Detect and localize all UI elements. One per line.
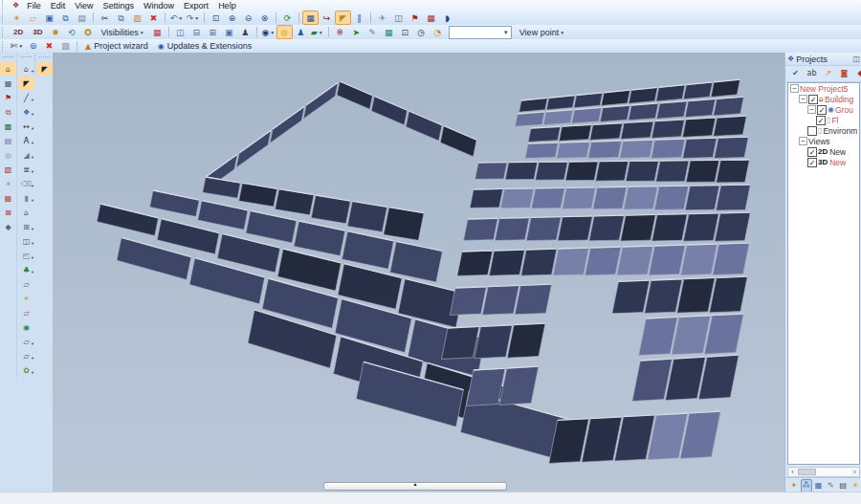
sheet-button[interactable]: ▤ bbox=[0, 134, 16, 147]
roof-window-tool[interactable]: ◫▼ bbox=[18, 234, 34, 248]
ring-button[interactable]: ◎ bbox=[0, 148, 16, 162]
window-tile-h-button[interactable]: ⊟ bbox=[188, 25, 205, 39]
image-button[interactable]: ▧ bbox=[57, 39, 74, 54]
building-tool[interactable]: ⌂▼ bbox=[18, 62, 34, 76]
globe-button[interactable]: ◉▼ bbox=[260, 25, 276, 39]
rename-button[interactable]: ab bbox=[804, 67, 820, 81]
dock-grip[interactable] bbox=[39, 56, 50, 60]
select-tool[interactable]: ◤ bbox=[18, 77, 34, 90]
grid-pen-button[interactable]: ▦ bbox=[381, 25, 397, 39]
updates-extensions-button[interactable]: ◉Updates & Extensions bbox=[153, 40, 257, 53]
checkbox-environment[interactable] bbox=[807, 126, 817, 136]
project-wizard-button[interactable]: ▲Project wizard bbox=[80, 40, 153, 53]
tree-node-floor[interactable]: ✓▯Fl bbox=[788, 115, 859, 125]
zoom-in-button[interactable]: ⊕ bbox=[224, 11, 240, 25]
clock-button[interactable]: ◷ bbox=[413, 25, 430, 39]
tree-node-root[interactable]: −New Project5 bbox=[788, 83, 859, 94]
reference-grid-button[interactable]: ▦ bbox=[423, 11, 439, 25]
dimension-tool[interactable]: ↔▼ bbox=[18, 120, 34, 133]
zoom-fit-button[interactable]: ⊗ bbox=[256, 11, 273, 25]
open-file-button[interactable]: ▱ bbox=[25, 11, 41, 25]
window-tool[interactable]: ⊞▼ bbox=[18, 220, 34, 233]
menu-window[interactable]: Window bbox=[139, 1, 179, 11]
color-grid-button[interactable]: ▦ bbox=[149, 25, 166, 39]
chevron-down-icon[interactable]: ▼ bbox=[503, 30, 509, 35]
flag-marker-button[interactable]: ⚑ bbox=[0, 91, 16, 104]
copy-button[interactable]: ⧉ bbox=[113, 11, 129, 25]
tab-sun[interactable]: ☀ bbox=[850, 479, 861, 493]
save-button[interactable]: ▣ bbox=[41, 11, 57, 25]
tab-table[interactable]: ▦ bbox=[813, 479, 825, 493]
monitor-button[interactable]: ⊡ bbox=[397, 25, 413, 39]
undo-button[interactable]: ↶▼ bbox=[168, 11, 185, 25]
lamp-button[interactable]: ◍ bbox=[276, 25, 293, 39]
roof-tool[interactable]: ◢▼ bbox=[18, 148, 34, 162]
alarm-button[interactable]: ◔ bbox=[430, 25, 446, 39]
save-all-button[interactable]: ⧉ bbox=[57, 11, 74, 25]
flag-button[interactable]: ⚑ bbox=[407, 11, 423, 25]
snapshot-button[interactable]: ◙ bbox=[836, 67, 852, 81]
window-cascade-button[interactable]: ◫ bbox=[172, 25, 188, 39]
menu-edit[interactable]: Edit bbox=[46, 1, 71, 11]
module-grid-button[interactable]: ▦ bbox=[0, 77, 16, 90]
shield-button[interactable]: ◆ bbox=[0, 220, 16, 233]
menu-file[interactable]: File bbox=[22, 1, 46, 11]
search-view-button[interactable]: ⊚ bbox=[25, 39, 41, 54]
export-button[interactable]: ◆ bbox=[852, 67, 861, 81]
scroll-left-icon[interactable]: ‹ bbox=[788, 469, 797, 475]
window-tile-v-button[interactable]: ⊞ bbox=[205, 25, 221, 39]
zoom-out-button[interactable]: ⊖ bbox=[240, 11, 256, 25]
footprints-button[interactable]: ※ bbox=[332, 25, 348, 39]
window-single-button[interactable]: ▣ bbox=[221, 25, 237, 39]
expander-icon[interactable]: − bbox=[799, 137, 807, 145]
visibilities-button[interactable]: Visibilities▼ bbox=[96, 26, 148, 38]
time-slider[interactable]: ▴ bbox=[323, 482, 507, 491]
view-3d-button[interactable]: 3D bbox=[28, 26, 47, 38]
folder-red-tool[interactable]: ▱ bbox=[18, 306, 34, 319]
tab-project-tree[interactable]: ⁂ bbox=[801, 479, 812, 493]
column-tool[interactable]: ▮▼ bbox=[18, 191, 34, 205]
tab-edit[interactable]: ✎ bbox=[825, 479, 836, 493]
render-flash-button[interactable]: ✸ bbox=[47, 25, 63, 39]
house-tool[interactable]: ⌂ bbox=[18, 206, 34, 219]
checkbox-building[interactable]: ✓ bbox=[808, 95, 818, 104]
delete-button[interactable]: ✖ bbox=[145, 11, 162, 25]
toolbar-grip[interactable] bbox=[2, 27, 6, 37]
tree-node-environment[interactable]: ▯Environm bbox=[788, 125, 859, 136]
copy-pages-button[interactable]: ⧉ bbox=[0, 105, 16, 119]
expander-icon[interactable]: − bbox=[799, 95, 807, 103]
eraser-tool[interactable]: ⌫▼ bbox=[18, 177, 34, 190]
line-tool[interactable]: ╱▼ bbox=[18, 91, 34, 104]
multi-tool-button[interactable]: ✄▼ bbox=[9, 39, 25, 54]
tree-node-views[interactable]: −Views bbox=[788, 136, 859, 146]
redo-button[interactable]: ↷▼ bbox=[185, 11, 201, 25]
folder-dark-tool[interactable]: ▱▼ bbox=[18, 349, 34, 362]
ground-color-button[interactable]: ▰▼ bbox=[309, 25, 325, 39]
checkbox-view-2d[interactable]: ✓ bbox=[807, 147, 817, 157]
scroll-right-icon[interactable]: › bbox=[850, 469, 859, 475]
tree-node-view-2d[interactable]: ✓2DNew bbox=[788, 146, 859, 157]
toolbar-grip[interactable] bbox=[2, 12, 6, 23]
orbit-sphere-button[interactable]: ◗ bbox=[439, 11, 455, 25]
toolbar-grip[interactable] bbox=[2, 41, 6, 52]
apply-check-button[interactable]: ✔ bbox=[787, 67, 804, 81]
walkthrough-button[interactable]: ♟ bbox=[237, 25, 254, 39]
pin-panel-icon[interactable]: ◫ bbox=[852, 55, 860, 63]
folder-blue-tool[interactable]: ▱▼ bbox=[18, 335, 34, 348]
tab-report[interactable]: ▤ bbox=[837, 479, 849, 493]
tree-horizontal-scrollbar[interactable]: ‹ › bbox=[787, 467, 860, 477]
dock-grip[interactable] bbox=[3, 56, 13, 60]
viewpoint-select[interactable]: ▼ bbox=[449, 26, 512, 39]
wand-tool[interactable]: ✶ bbox=[18, 292, 34, 305]
tree-tool[interactable]: ♣▼ bbox=[18, 263, 34, 276]
time-slider-marker[interactable]: ▴ bbox=[413, 480, 416, 487]
scrollbar-thumb[interactable] bbox=[798, 469, 816, 475]
dormer-tool[interactable]: ◰▼ bbox=[18, 249, 34, 262]
zoom-window-button[interactable]: ⊡ bbox=[208, 11, 224, 25]
globe-green-tool[interactable]: ◉ bbox=[18, 320, 34, 334]
scrollbar-track[interactable] bbox=[797, 469, 850, 475]
checkbox-group[interactable]: ✓ bbox=[817, 105, 827, 115]
grid-toggle-button[interactable]: ▦ bbox=[302, 11, 319, 25]
import-button[interactable]: ↗ bbox=[820, 67, 836, 81]
refresh-view-button[interactable]: ⟳ bbox=[279, 11, 296, 25]
